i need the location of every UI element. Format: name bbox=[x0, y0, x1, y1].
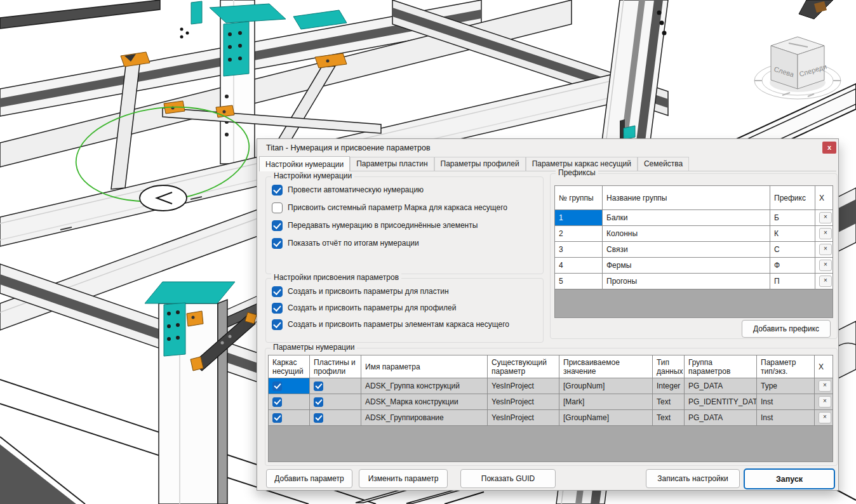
cell-param-name[interactable]: ADSK_Группа конструкций bbox=[361, 378, 488, 394]
checkbox[interactable] bbox=[272, 202, 283, 213]
col-header-delete: X bbox=[815, 355, 833, 378]
cell-name[interactable]: Фермы bbox=[603, 258, 770, 274]
cell-data-type[interactable]: Text bbox=[653, 394, 685, 410]
group-parameters: Параметры нумерации Каркас несущий Пласт… bbox=[265, 348, 838, 466]
cell-name[interactable]: Связи bbox=[603, 242, 770, 258]
col-header-value: Присваиваемое значение bbox=[559, 355, 653, 378]
cell-frame-check[interactable] bbox=[269, 378, 310, 394]
checkbox[interactable] bbox=[272, 413, 282, 423]
col-header-existing: Существующий параметр bbox=[488, 355, 559, 378]
delete-row-button[interactable]: × bbox=[819, 396, 831, 408]
prefix-row: 5 Прогоны П × bbox=[555, 274, 833, 289]
cell-data-type[interactable]: Text bbox=[653, 410, 685, 426]
cell-prefix[interactable]: С bbox=[770, 242, 815, 258]
cell-plates-check[interactable] bbox=[310, 410, 361, 426]
add-prefix-button[interactable]: Добавить префикс bbox=[742, 320, 831, 338]
option-label: Показать отчёт по итогам нумерации bbox=[288, 239, 419, 248]
dialog-titlebar[interactable]: Titan - Нумерация и присвоение параметро… bbox=[257, 139, 838, 157]
checkbox[interactable] bbox=[272, 319, 283, 330]
cell-value[interactable]: [GroupNum] bbox=[559, 378, 653, 394]
delete-row-button[interactable]: × bbox=[819, 380, 831, 392]
cell-num[interactable]: 4 bbox=[555, 258, 603, 274]
prefixes-table: № группы Название группы Префикс X 1 Бал… bbox=[554, 185, 833, 318]
delete-row-button[interactable]: × bbox=[819, 412, 831, 423]
checkbox[interactable] bbox=[272, 397, 282, 407]
cell-param-name[interactable]: ADSK_Группирование bbox=[361, 410, 488, 426]
col-header-group-num: № группы bbox=[555, 186, 603, 210]
checkbox[interactable] bbox=[272, 185, 283, 196]
run-button[interactable]: Запуск bbox=[744, 468, 835, 489]
section-marker[interactable] bbox=[140, 185, 187, 211]
tab-bar: Настройки нумерации Параметры пластин Па… bbox=[259, 156, 836, 171]
tab-families[interactable]: Семейства bbox=[638, 157, 689, 171]
checkbox[interactable] bbox=[272, 220, 283, 231]
option-label: Создать и присвоить параметры для пласти… bbox=[288, 287, 449, 296]
delete-row-button[interactable]: × bbox=[819, 228, 832, 239]
delete-row-button[interactable]: × bbox=[819, 275, 832, 287]
col-header-prefix: Префикс bbox=[770, 186, 815, 210]
cell-num[interactable]: 1 bbox=[555, 210, 603, 226]
checkbox[interactable] bbox=[272, 286, 283, 297]
group-title: Префиксы bbox=[556, 168, 598, 177]
titan-dialog: Titan - Нумерация и присвоение параметро… bbox=[257, 138, 839, 491]
cell-kind[interactable]: Type bbox=[757, 378, 815, 394]
option-create-profile-params: Создать и присвоить параметры для профил… bbox=[266, 300, 543, 316]
checkbox[interactable] bbox=[272, 381, 282, 391]
cell-frame-check[interactable] bbox=[269, 410, 310, 426]
col-header-data-type: Тип данных bbox=[653, 355, 685, 378]
cell-existing[interactable]: YesInProject bbox=[488, 410, 559, 426]
cell-plates-check[interactable] bbox=[310, 378, 361, 394]
teal-plate bbox=[191, 1, 202, 24]
delete-row-button[interactable]: × bbox=[819, 260, 832, 271]
cell-frame-check[interactable] bbox=[269, 394, 310, 410]
checkbox[interactable] bbox=[272, 238, 283, 249]
cell-prefix[interactable]: Ф bbox=[770, 258, 815, 274]
cell-name[interactable]: Колонны bbox=[603, 226, 770, 242]
cell-prefix[interactable]: Б bbox=[770, 210, 815, 226]
parameters-table: Каркас несущий Пластины и профили Имя па… bbox=[268, 355, 833, 462]
cell-param-group[interactable]: PG_IDENTITY_DATA bbox=[685, 394, 757, 410]
option-system-mark: Присвоить системный параметр Марка для к… bbox=[266, 199, 543, 216]
cell-param-name[interactable]: ADSK_Марка конструкции bbox=[361, 394, 488, 410]
cell-plates-check[interactable] bbox=[310, 394, 361, 410]
save-settings-button[interactable]: Записать настройки bbox=[646, 469, 740, 488]
cell-name[interactable]: Прогоны bbox=[603, 274, 770, 289]
show-guid-button[interactable]: Показать GUID bbox=[460, 469, 556, 488]
cell-prefix[interactable]: К bbox=[770, 226, 815, 242]
cell-existing[interactable]: YesInProject bbox=[488, 378, 559, 394]
edit-parameter-button[interactable]: Изменить параметр bbox=[359, 469, 448, 488]
cell-num[interactable]: 5 bbox=[555, 274, 603, 289]
close-icon[interactable]: x bbox=[822, 142, 836, 154]
cell-existing[interactable]: YesInProject bbox=[488, 394, 559, 410]
cell-num[interactable]: 3 bbox=[555, 242, 603, 258]
checkbox[interactable] bbox=[272, 303, 283, 314]
tab-profile-params[interactable]: Параметры профилей bbox=[434, 157, 526, 171]
checkbox[interactable] bbox=[314, 381, 323, 391]
teal-side-plate bbox=[224, 22, 249, 76]
option-show-report: Показать отчёт по итогам нумерации bbox=[266, 234, 543, 252]
cell-num[interactable]: 2 bbox=[555, 226, 603, 242]
checkbox[interactable] bbox=[314, 397, 323, 407]
checkbox[interactable] bbox=[314, 413, 323, 423]
add-parameter-button[interactable]: Добавить параметр bbox=[266, 469, 352, 488]
cell-data-type[interactable]: Integer bbox=[653, 378, 685, 394]
cell-param-group[interactable]: PG_DATA bbox=[685, 378, 757, 394]
option-label: Провести автоматическую нумерацию bbox=[288, 185, 424, 194]
delete-row-button[interactable]: × bbox=[819, 212, 832, 223]
orange-gusset bbox=[187, 311, 203, 326]
prefix-row: 3 Связи С × bbox=[555, 242, 833, 258]
cell-name[interactable]: Балки bbox=[603, 210, 770, 226]
cell-kind[interactable]: Inst bbox=[757, 394, 815, 410]
tab-plate-params[interactable]: Параметры пластин bbox=[350, 157, 434, 171]
cell-kind[interactable]: Inst bbox=[757, 410, 815, 426]
col-header-param-name: Имя параметра bbox=[361, 355, 488, 378]
cell-param-group[interactable]: PG_DATA bbox=[685, 410, 757, 426]
prefix-row: 4 Фермы Ф × bbox=[555, 258, 833, 274]
cell-prefix[interactable]: П bbox=[770, 274, 815, 289]
delete-row-button[interactable]: × bbox=[819, 244, 832, 255]
cell-value[interactable]: [Mark] bbox=[559, 394, 653, 410]
cell-value[interactable]: [GroupName] bbox=[559, 410, 653, 426]
tab-numbering-settings[interactable]: Настройки нумерации bbox=[259, 156, 350, 171]
option-label: Создать и присвоить параметры элементам … bbox=[288, 320, 509, 329]
table-empty-area bbox=[269, 426, 833, 462]
